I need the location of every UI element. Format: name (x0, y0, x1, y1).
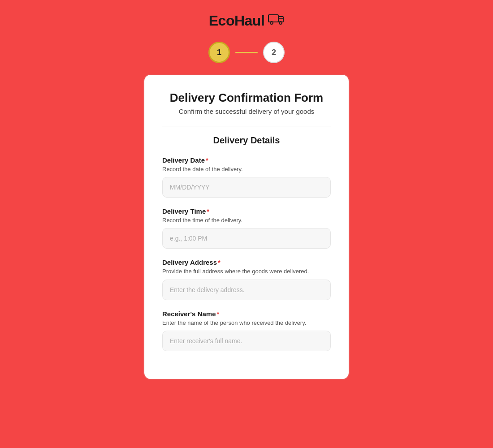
delivery-date-group: Delivery Date* Record the date of the de… (162, 156, 331, 198)
step-2-label: 2 (272, 48, 276, 57)
delivery-time-description: Record the time of the delivery. (162, 216, 331, 224)
delivery-address-group: Delivery Address* Provide the full addre… (162, 258, 331, 300)
delivery-time-label: Delivery Time* (162, 207, 331, 215)
delivery-time-group: Delivery Time* Record the time of the de… (162, 207, 331, 249)
receiver-name-group: Receiver's Name* Enter the name of the p… (162, 310, 331, 351)
required-star-time: * (207, 207, 209, 215)
form-divider (162, 126, 331, 126)
step-indicator: 1 2 (208, 42, 285, 63)
svg-point-3 (270, 22, 273, 24)
svg-point-4 (279, 22, 282, 24)
required-star-address: * (218, 258, 221, 266)
form-subtitle: Confirm the successful delivery of your … (179, 108, 315, 115)
delivery-date-input[interactable] (162, 177, 331, 198)
delivery-date-label: Delivery Date* (162, 156, 331, 164)
receiver-name-description: Enter the name of the person who receive… (162, 319, 331, 327)
section-title: Delivery Details (162, 135, 331, 146)
required-star: * (206, 156, 208, 164)
app-name: EcoHaul (209, 13, 265, 29)
svg-rect-0 (268, 15, 278, 22)
form-title: Delivery Confirmation Form (170, 91, 323, 105)
delivery-address-input[interactable] (162, 280, 331, 300)
receiver-name-label: Receiver's Name* (162, 310, 331, 318)
delivery-address-description: Provide the full address where the goods… (162, 267, 331, 276)
delivery-date-description: Record the date of the delivery. (162, 165, 331, 173)
required-star-receiver: * (216, 310, 219, 318)
delivery-address-label: Delivery Address* (162, 258, 331, 266)
form-card: Delivery Confirmation Form Confirm the s… (143, 74, 350, 380)
step-2-circle[interactable]: 2 (263, 42, 285, 63)
delivery-time-input[interactable] (162, 228, 331, 249)
step-1-label: 1 (217, 48, 221, 57)
step-connector (235, 52, 258, 53)
step-1-circle[interactable]: 1 (208, 42, 230, 63)
logo-area: EcoHaul (209, 13, 285, 29)
truck-icon (268, 13, 284, 29)
receiver-name-input[interactable] (162, 331, 331, 351)
